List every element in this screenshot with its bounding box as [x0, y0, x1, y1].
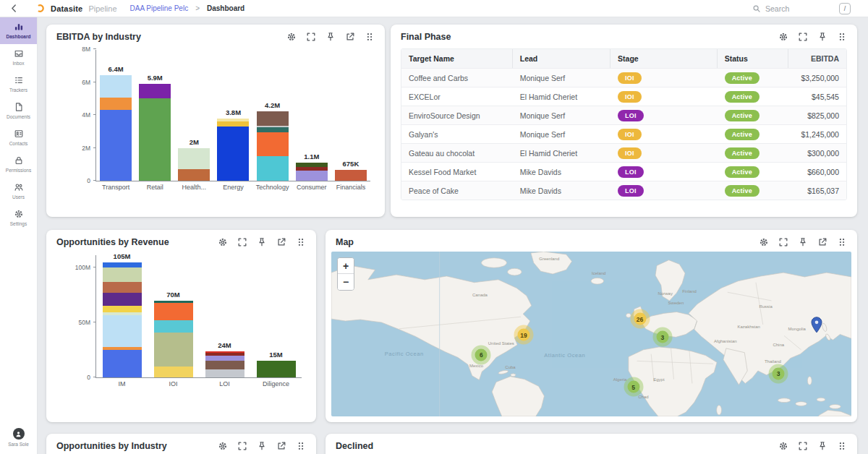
export-icon[interactable]: [345, 32, 355, 42]
table-row[interactable]: Kessel Food MarketMike DavidsLOIActive$6…: [401, 162, 846, 181]
cell-target-name: EnviroSource Design: [401, 108, 513, 123]
expand-icon[interactable]: [237, 237, 247, 247]
breadcrumb-project-link[interactable]: DAA Pipeline Pelc: [130, 4, 189, 12]
sidebar-item-dashboard[interactable]: Dashboard: [0, 17, 37, 44]
grid-icon[interactable]: [837, 237, 847, 247]
map-cluster-marker[interactable]: 3: [769, 364, 788, 383]
expand-icon[interactable]: [306, 32, 316, 42]
brand-product: Pipeline: [88, 4, 116, 13]
contacts-icon: [14, 129, 24, 139]
stacked-bar[interactable]: [257, 111, 289, 181]
column-header-status[interactable]: Status: [718, 49, 788, 68]
gear-icon[interactable]: [778, 441, 788, 451]
x-axis-label: LOI: [219, 380, 230, 387]
stacked-bar[interactable]: [178, 148, 210, 181]
map-cluster-marker[interactable]: 5: [624, 377, 643, 397]
map-cluster-marker[interactable]: 6: [472, 345, 491, 364]
bar-segment: [296, 171, 328, 181]
stacked-bar[interactable]: [296, 163, 328, 181]
column-header-ebitda[interactable]: EBITDA: [788, 49, 846, 68]
expand-icon[interactable]: [798, 32, 808, 42]
gear-icon[interactable]: [218, 237, 228, 247]
world-map[interactable]: GreenlandIcelandCanadaNorwayFinlandSwede…: [331, 252, 851, 416]
sidebar-user[interactable]: Sara Sole: [0, 422, 37, 454]
column-header-stage[interactable]: Stage: [610, 49, 718, 68]
map-cluster-marker[interactable]: 19: [514, 325, 534, 345]
column-header-lead[interactable]: Lead: [513, 49, 610, 68]
cell-ebitda: $1,245,000: [788, 127, 846, 142]
bar-slot-loi: 24MLOI: [205, 255, 244, 377]
grid-icon[interactable]: [296, 237, 306, 247]
sidebar-item-settings[interactable]: Settings: [0, 205, 37, 231]
table-row[interactable]: Coffee and CarbsMonique SerfIOIActive$3,…: [401, 68, 846, 87]
grid-icon[interactable]: [837, 441, 847, 451]
gear-icon[interactable]: [286, 32, 297, 42]
pin-icon[interactable]: [257, 237, 267, 247]
bar-total-label: 15M: [269, 351, 282, 359]
table-row[interactable]: EnviroSource DesignMonique SerfLOIActive…: [401, 106, 846, 124]
export-icon[interactable]: [276, 237, 286, 247]
country-label-mongolia: Mongolia: [788, 327, 805, 331]
pin-icon[interactable]: [257, 441, 267, 451]
y-axis-tick-label: 0: [59, 177, 90, 184]
search-input[interactable]: [765, 4, 835, 13]
map-zoom-out-button[interactable]: −: [338, 274, 354, 290]
table-row[interactable]: EXCELorEl Hamid CherietIOIActive$45,545: [401, 87, 846, 106]
export-icon[interactable]: [817, 237, 827, 247]
table-row[interactable]: Gateau au chocolatEl Hamid CherietIOIAct…: [401, 143, 846, 162]
brand-name: Datasite: [51, 4, 82, 13]
sidebar-item-users[interactable]: Users: [0, 178, 37, 205]
sidebar-item-label: Inbox: [13, 61, 25, 66]
bar-segment: [154, 333, 193, 367]
sidebar-item-permissions[interactable]: Permissions: [0, 151, 37, 178]
pin-icon[interactable]: [817, 441, 827, 451]
column-header-target-name[interactable]: Target Name: [401, 49, 513, 68]
sidebar-item-trackers[interactable]: Trackers: [0, 71, 37, 98]
cell-lead: Monique Serf: [513, 70, 610, 85]
grid-icon[interactable]: [365, 32, 375, 42]
stacked-bar[interactable]: [257, 361, 296, 377]
map-cluster-marker[interactable]: 3: [652, 327, 672, 347]
sidebar-item-documents[interactable]: Documents: [0, 98, 37, 124]
stacked-bar[interactable]: [139, 84, 171, 181]
country-label-sweden: Sweden: [668, 301, 684, 305]
sidebar-item-label: Permissions: [6, 168, 31, 173]
map-zoom-control: + −: [337, 257, 354, 291]
map-zoom-in-button[interactable]: +: [338, 258, 354, 274]
gear-icon[interactable]: [218, 441, 228, 451]
cell-stage: IOI: [610, 125, 718, 143]
gear-icon[interactable]: [759, 237, 769, 247]
sidebar-item-inbox[interactable]: Inbox: [0, 44, 37, 71]
map-pin-icon[interactable]: [810, 317, 823, 336]
pin-icon[interactable]: [326, 32, 336, 42]
table-row[interactable]: Peace of CakeMike DavidsLOIActive$165,03…: [401, 181, 846, 200]
map-cluster-marker[interactable]: 26: [630, 309, 650, 329]
expand-icon[interactable]: [237, 441, 247, 451]
export-icon[interactable]: [276, 441, 286, 451]
status-badge: Active: [725, 72, 760, 84]
dashboard-icon: [14, 22, 24, 32]
stacked-bar[interactable]: [103, 262, 142, 377]
datasite-logo-icon: [35, 4, 45, 13]
gear-icon[interactable]: [778, 32, 788, 42]
stacked-bar[interactable]: [217, 119, 249, 181]
stacked-bar[interactable]: [154, 301, 193, 377]
pin-icon[interactable]: [817, 32, 827, 42]
stacked-bar[interactable]: [100, 75, 132, 181]
sidebar-item-contacts[interactable]: Contacts: [0, 124, 37, 151]
expand-icon[interactable]: [778, 237, 788, 247]
pin-icon[interactable]: [798, 237, 808, 247]
search-box[interactable]: /: [752, 3, 859, 14]
stacked-bar[interactable]: [335, 170, 367, 181]
table-row[interactable]: Galyan'sMonique SerfIOIActive$1,245,000: [401, 124, 846, 143]
back-icon[interactable]: [9, 3, 20, 14]
bar-slot-im: 105MIM: [103, 255, 142, 377]
stacked-bar[interactable]: [205, 351, 244, 377]
bar-segment: [178, 148, 210, 170]
grid-icon[interactable]: [296, 441, 306, 451]
grid-icon[interactable]: [837, 32, 847, 42]
bar-total-label: 4.2M: [265, 101, 280, 109]
y-axis-tick: [93, 82, 96, 82]
expand-icon[interactable]: [798, 441, 808, 451]
bar-segment: [154, 320, 193, 333]
